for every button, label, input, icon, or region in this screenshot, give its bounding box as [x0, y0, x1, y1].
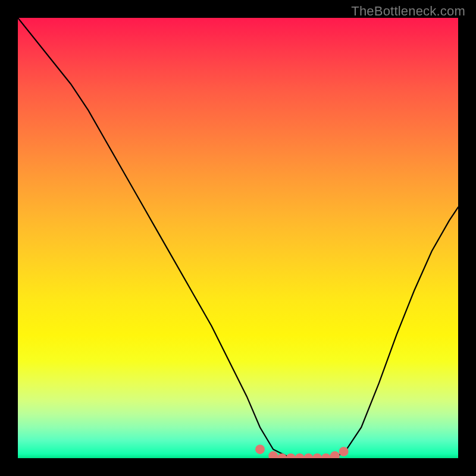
valley-marker — [321, 453, 331, 458]
valley-marker — [286, 453, 296, 458]
curve-layer — [18, 18, 458, 458]
valley-marker — [339, 447, 349, 456]
watermark-text: TheBottleneck.com — [351, 4, 465, 19]
valley-marker — [330, 451, 340, 458]
valley-marker — [312, 453, 322, 458]
plot-area — [18, 18, 458, 458]
valley-marker — [295, 453, 305, 458]
valley-marker — [255, 444, 265, 454]
valley-marker — [277, 453, 287, 458]
valley-markers-group — [255, 444, 349, 458]
bottleneck-curve — [18, 18, 458, 458]
valley-marker — [268, 451, 278, 458]
valley-marker — [303, 453, 313, 458]
chart-frame: TheBottleneck.com — [0, 0, 476, 476]
